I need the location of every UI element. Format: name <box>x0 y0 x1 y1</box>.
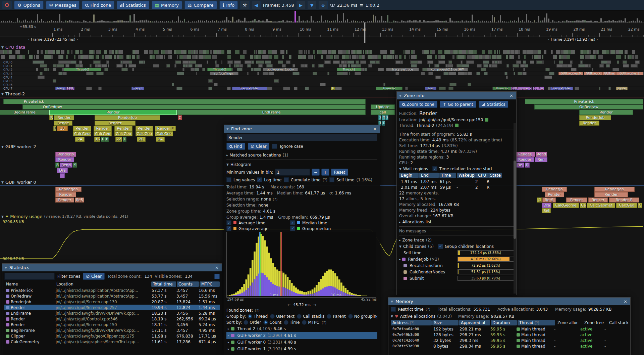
histogram-plot[interactable]: 1 ms 10 ms <box>226 232 376 298</box>
cpu-zone[interactable] <box>341 60 345 64</box>
cpu-zone[interactable] <box>58 60 65 64</box>
zone[interactable]: 8 <box>55 163 59 168</box>
frame-marker-right[interactable]: ‹ Frame 3,194 (13.92 ms) › <box>366 37 644 43</box>
cpu-zone[interactable] <box>520 64 522 68</box>
cpu-data-header[interactable]: ▼CPU data <box>1 45 25 50</box>
statistics-button[interactable]: Statistics <box>117 1 149 9</box>
cpu-zone[interactable] <box>71 60 76 64</box>
zone[interactable]: C <box>123 137 126 142</box>
zone[interactable]: Tracy Profiler <box>550 87 573 90</box>
min-bin-input[interactable]: 1 <box>275 169 310 176</box>
cpu-zone[interactable] <box>98 64 101 68</box>
cpu-zone[interactable] <box>492 60 495 64</box>
decrease-bin-button[interactable]: − <box>312 169 320 176</box>
zone[interactable]: RenderJob <box>95 115 160 120</box>
cpu-zone[interactable] <box>335 87 342 90</box>
thread-header[interactable]: ▼GUIF worker 2 <box>1 144 36 149</box>
group-by-option[interactable]: Thread <box>248 314 268 319</box>
cpu-zone[interactable] <box>182 68 184 71</box>
zone[interactable]: A <box>331 87 335 90</box>
collapse-icon[interactable]: ▼ <box>226 127 229 131</box>
zone[interactable]: CalcGeome <box>553 203 579 208</box>
column-header[interactable]: CPU <box>476 173 488 178</box>
cpu-zone[interactable] <box>320 83 326 86</box>
cpu-zone[interactable] <box>530 60 534 64</box>
messages-button[interactable]: ✉Messages <box>46 1 80 9</box>
goto-frame-button[interactable]: ⊕ <box>319 1 328 9</box>
column-header[interactable]: Address (?) <box>391 320 432 325</box>
cpu-zone[interactable] <box>435 76 441 79</box>
cpu-zone[interactable] <box>122 60 129 64</box>
cpu-zone[interactable] <box>523 72 527 75</box>
table-row[interactable]: BeginFramejni/../jni/src/claw/gfx/drv/vk… <box>4 327 220 333</box>
self-time-checkbox[interactable] <box>329 177 334 182</box>
cpu-zone[interactable] <box>266 64 273 68</box>
zone[interactable]: Thread-2 <box>207 68 232 71</box>
zone[interactable]: T <box>382 115 385 120</box>
sort-by-option[interactable]: Count <box>263 320 281 325</box>
close-icon[interactable]: × <box>214 265 219 270</box>
cpu-zone[interactable] <box>504 72 507 75</box>
cpu-zone[interactable] <box>190 60 196 64</box>
cpu-zone[interactable] <box>90 64 92 68</box>
zone[interactable]: Ren <box>535 157 547 162</box>
cpu-zone[interactable] <box>513 68 514 71</box>
cpu-zone[interactable] <box>439 87 445 90</box>
cpu-zone[interactable] <box>349 72 350 75</box>
cpu-zone[interactable] <box>237 68 243 71</box>
cpu-zone[interactable] <box>518 72 523 75</box>
zone[interactable]: Render <box>579 121 599 126</box>
zone[interactable]: Tracy I <box>131 87 144 90</box>
cpu-zone[interactable] <box>395 72 399 75</box>
cpu-zone[interactable] <box>606 64 609 68</box>
child-zone-row[interactable]: RecalcTransform72.92 μs (1.62%) <box>399 262 514 269</box>
restrict-time-checkbox[interactable] <box>391 307 396 312</box>
cpu-zone[interactable] <box>523 68 525 71</box>
zone[interactable]: GUIF w <box>533 87 544 90</box>
zone[interactable]: EndFrame <box>177 110 366 115</box>
cpu-zone[interactable] <box>637 64 638 68</box>
cpu-zone[interactable] <box>265 60 271 64</box>
cpu-zone[interactable] <box>411 60 418 64</box>
cpu-zone[interactable] <box>208 79 213 83</box>
cpu-zone[interactable] <box>556 64 562 68</box>
cpu-zone[interactable] <box>478 64 481 68</box>
zone[interactable]: Dra <box>542 203 551 208</box>
cpu-zone[interactable] <box>513 64 519 68</box>
settings-button[interactable] <box>214 274 220 279</box>
cpu-zone[interactable] <box>245 60 252 64</box>
close-icon[interactable]: × <box>623 299 628 304</box>
cpu-zone[interactable] <box>447 64 453 68</box>
cpu-zone[interactable] <box>467 72 472 75</box>
frame-dropdown-button[interactable]: ▼ <box>308 1 316 9</box>
zone[interactable]: 18 <box>57 126 68 131</box>
zone[interactable]: RenderJo <box>55 152 76 157</box>
zone[interactable]: -1 <box>537 197 542 203</box>
cpu-zone[interactable] <box>176 87 182 90</box>
zone[interactable]: 9 <box>73 163 77 168</box>
zone[interactable]: S <box>385 115 388 120</box>
clear-filter-button[interactable]: ∅Clear <box>83 273 105 280</box>
zone[interactable]: Render <box>54 115 74 120</box>
cpu-zone[interactable] <box>79 64 83 68</box>
cpu-zone[interactable] <box>383 68 384 71</box>
cpu-zone[interactable] <box>545 68 550 71</box>
zone[interactable]: composer@2.1-se [HW <box>427 68 468 71</box>
cpu-zone[interactable] <box>623 64 629 68</box>
log-time-checkbox[interactable] <box>257 177 262 182</box>
cpu-zone[interactable] <box>132 68 134 71</box>
zone[interactable]: 22 <box>115 137 122 142</box>
cpu-zone[interactable] <box>612 68 619 71</box>
table-row[interactable]: PrivateTickjni/../jni/src/claw/applicati… <box>4 287 220 293</box>
cpu-zone[interactable] <box>198 64 202 68</box>
cpu-zone[interactable] <box>283 87 290 90</box>
cpu-zone[interactable] <box>559 60 561 64</box>
increase-bin-button[interactable]: + <box>321 169 329 176</box>
cpu-zone[interactable] <box>405 87 408 90</box>
zone[interactable]: C <box>638 203 642 208</box>
cpu-zone[interactable] <box>257 72 259 75</box>
cpu-zone[interactable] <box>585 64 589 68</box>
zone[interactable]: call <box>371 110 395 115</box>
next-frame-button[interactable]: ▶ <box>297 1 305 9</box>
zone[interactable]: R <box>49 115 53 120</box>
